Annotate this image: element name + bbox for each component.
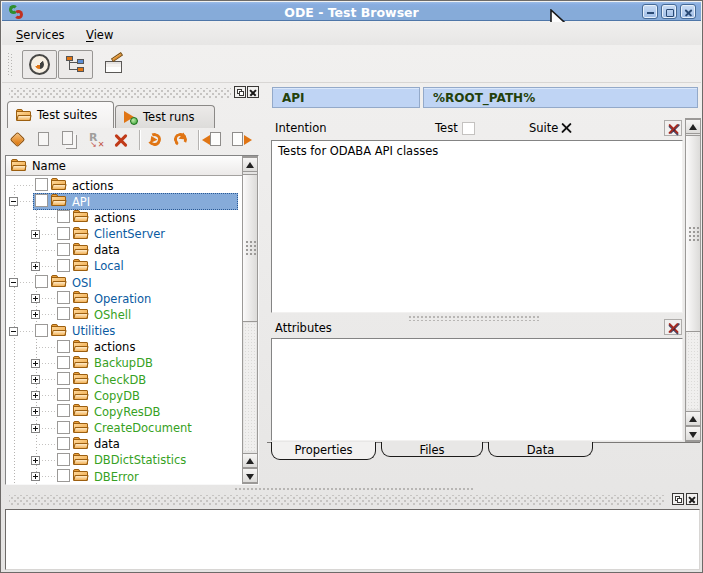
tree-scroll-up-button[interactable] (243, 157, 257, 172)
tree-item-checkbox[interactable] (35, 194, 48, 207)
tree-expander-plus[interactable] (31, 375, 40, 384)
tree-item-data[interactable]: data (6, 242, 242, 259)
right-scroll-up2-button[interactable] (686, 411, 700, 426)
tab-test-suites[interactable]: Test suites (7, 101, 114, 128)
tree-item-checkbox[interactable] (57, 388, 70, 401)
attributes-text-area[interactable] (271, 338, 683, 441)
tree-item-checkbox[interactable] (57, 291, 70, 304)
copy-icon[interactable] (61, 131, 79, 149)
tree-expander-plus[interactable] (31, 472, 40, 481)
right-splitter-handle[interactable] (408, 315, 540, 321)
tab-properties[interactable]: Properties (271, 442, 376, 460)
tree-item-api[interactable]: API (6, 193, 242, 210)
right-scroll-down-button[interactable] (686, 426, 700, 441)
new-icon[interactable] (9, 131, 27, 149)
tree-item-osi[interactable]: OSI (6, 274, 242, 291)
output-panel[interactable] (5, 509, 700, 570)
export-icon[interactable] (231, 131, 249, 149)
minimize-button[interactable] (642, 4, 658, 19)
tree-expander-minus[interactable] (9, 197, 18, 206)
tree-item-checkbox[interactable] (57, 469, 70, 482)
left-dock-close-button[interactable] (247, 86, 259, 98)
test-checkbox[interactable] (462, 122, 475, 135)
tree-expander-plus[interactable] (31, 310, 40, 319)
refresh-icon[interactable] (172, 131, 190, 149)
tree-item-checkbox[interactable] (57, 307, 70, 320)
tab-test-runs[interactable]: Test runs (115, 105, 215, 128)
tree-item-checkbox[interactable] (57, 372, 70, 385)
tree-expander-plus[interactable] (31, 456, 40, 465)
tree-item-actions[interactable]: actions (6, 339, 242, 356)
tree-item-operation[interactable]: Operation (6, 290, 242, 307)
intention-clear-button[interactable] (664, 120, 682, 136)
tree-item-local[interactable]: Local (6, 258, 242, 275)
bottom-dock-handle[interactable] (9, 495, 664, 505)
left-dock-float-button[interactable] (234, 86, 246, 98)
tree-item-checkbox[interactable] (57, 453, 70, 466)
tree-item-checkbox[interactable] (57, 421, 70, 434)
attributes-clear-button[interactable] (664, 319, 682, 335)
hierarchy-toolbar-button[interactable] (58, 50, 93, 79)
tab-data[interactable]: Data (488, 442, 593, 457)
right-panel-scrollbar[interactable] (685, 118, 701, 442)
tree-expander-plus[interactable] (31, 391, 40, 400)
tree-item-actions[interactable]: actions (6, 209, 242, 226)
tree-expander-minus[interactable] (9, 278, 18, 287)
tree-item-checkbox[interactable] (35, 324, 48, 337)
intention-text-area[interactable]: Tests for ODABA API classes (271, 140, 683, 313)
tree-scroll-groove[interactable] (244, 323, 256, 451)
tree-item-checkbox[interactable] (57, 356, 70, 369)
toolbar-handle[interactable] (8, 53, 12, 77)
notebook-toolbar-button[interactable] (102, 52, 130, 78)
tree-expander-minus[interactable] (9, 327, 18, 336)
tree-scroll-down-button[interactable] (243, 468, 257, 483)
tree-item-checkbox[interactable] (57, 404, 70, 417)
tree-item-checkbox[interactable] (57, 437, 70, 450)
tree-expander-plus[interactable] (31, 407, 40, 416)
tree-item-checkdb[interactable]: CheckDB (6, 371, 242, 388)
tree-item-checkbox[interactable] (57, 340, 70, 353)
tree-item-actions[interactable]: actions (6, 177, 242, 194)
title-bar[interactable]: ODE - Test Browser (2, 2, 701, 21)
delete-icon[interactable] (113, 131, 131, 149)
tree-item-dbdictstatistics[interactable]: DBDictStatistics (6, 452, 242, 469)
tree-expander-plus[interactable] (31, 262, 40, 271)
tree-item-copyresdb[interactable]: CopyResDB (6, 403, 242, 420)
close-button[interactable] (680, 4, 696, 19)
tree-header[interactable]: Name (6, 156, 242, 176)
tree-scrollbar[interactable] (242, 156, 258, 484)
tree-item-checkbox[interactable] (35, 178, 48, 191)
tree-item-utilities[interactable]: Utilities (6, 323, 242, 340)
paste-icon[interactable] (35, 131, 53, 149)
tree-item-oshell[interactable]: OShell (6, 306, 242, 323)
gauge-toolbar-button[interactable] (22, 50, 57, 79)
rename-icon[interactable]: R↘✕ (87, 131, 105, 149)
tree-item-copydb[interactable]: CopyDB (6, 387, 242, 404)
left-dock-handle[interactable] (9, 88, 231, 98)
tree-expander-plus[interactable] (31, 230, 40, 239)
tree-scroll-up2-button[interactable] (243, 453, 257, 468)
tree-expander-plus[interactable] (31, 359, 40, 368)
right-scroll-thumb[interactable] (686, 135, 700, 332)
tree-expander-plus[interactable] (31, 424, 40, 433)
import-icon[interactable] (205, 131, 223, 149)
tab-files[interactable]: Files (381, 442, 483, 457)
tree-item-dberror[interactable]: DBError (6, 468, 242, 484)
menu-services[interactable]: Services (10, 26, 71, 44)
bottom-dock-float-button[interactable] (672, 493, 684, 505)
bottom-splitter-handle[interactable] (234, 487, 474, 492)
maximize-button[interactable] (661, 4, 677, 19)
tree-item-checkbox[interactable] (35, 275, 48, 288)
right-scroll-groove[interactable] (687, 332, 699, 409)
tree-item-backupdb[interactable]: BackupDB (6, 355, 242, 372)
tree-expander-plus[interactable] (31, 294, 40, 303)
bottom-dock-close-button[interactable] (686, 493, 698, 505)
tree-item-clientserver[interactable]: ClientServer (6, 226, 242, 243)
right-scroll-up-button[interactable] (686, 119, 700, 134)
suite-checkbox-checked[interactable] (561, 122, 573, 134)
tree-item-checkbox[interactable] (57, 210, 70, 223)
tree-item-createdocument[interactable]: CreateDocument (6, 420, 242, 437)
tree-scroll-thumb[interactable] (243, 174, 257, 322)
tree-item-checkbox[interactable] (57, 259, 70, 272)
tree-item-checkbox[interactable] (57, 227, 70, 240)
